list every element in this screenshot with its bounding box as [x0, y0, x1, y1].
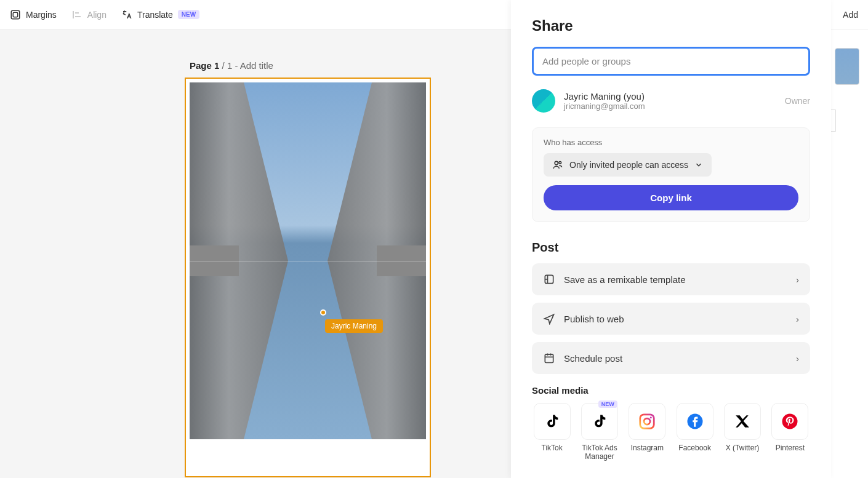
social-facebook-label: Facebook	[675, 444, 715, 452]
svg-point-6	[559, 161, 561, 164]
page-subtitle: / 1 - Add title	[219, 60, 273, 71]
svg-point-14	[650, 416, 652, 418]
social-x-label: X (Twitter)	[722, 444, 762, 452]
access-block: Who has access Only invited people can a…	[532, 127, 810, 222]
chevron-down-icon	[694, 161, 703, 169]
svg-point-13	[644, 418, 650, 424]
instagram-icon	[629, 403, 665, 440]
social-tiktok-label: TikTok	[532, 444, 572, 452]
translate-new-badge: NEW	[178, 10, 199, 19]
margins-icon	[10, 9, 21, 20]
social-instagram[interactable]: Instagram	[627, 403, 667, 461]
share-heading: Share	[532, 17, 810, 34]
people-icon	[552, 159, 563, 170]
page-title[interactable]: Page 1 / 1 - Add title	[190, 60, 273, 71]
access-label: Who has access	[544, 138, 798, 147]
tiktok-ads-icon	[581, 403, 618, 440]
template-icon	[543, 273, 555, 285]
collaborator-cursor-tag: Jayric Maning	[325, 319, 383, 333]
translate-button[interactable]: Translate NEW	[121, 9, 199, 20]
svg-rect-8	[545, 354, 553, 362]
social-instagram-label: Instagram	[627, 444, 667, 452]
tiktok-icon	[534, 403, 571, 440]
facebook-icon	[677, 403, 713, 440]
artboard[interactable]: Jayric Maning	[185, 78, 431, 477]
copy-link-button[interactable]: Copy link	[544, 185, 798, 210]
save-template-label: Save as a remixable template	[564, 274, 686, 285]
publish-web-label: Publish to web	[564, 314, 624, 324]
social-tiktok-ads-label: TikTok Ads Manager	[579, 444, 619, 461]
calendar-icon	[543, 352, 555, 364]
chevron-right-icon: ›	[796, 353, 799, 364]
schedule-post-label: Schedule post	[564, 353, 622, 364]
send-icon	[543, 313, 555, 325]
page-thumbnail[interactable]	[835, 48, 859, 85]
access-option-text: Only invited people can access	[569, 160, 688, 170]
canvas-area: Page 1 / 1 - Add title Jayric Maning	[0, 30, 511, 478]
post-heading: Post	[532, 241, 810, 255]
save-template-button[interactable]: Save as a remixable template ›	[532, 263, 810, 295]
owner-email: jricmaning@gmail.com	[564, 102, 776, 111]
align-label: Align	[87, 10, 106, 20]
align-button[interactable]: Align	[71, 9, 106, 20]
canvas-image	[190, 82, 426, 439]
x-icon	[724, 403, 761, 440]
page-number: Page 1	[190, 60, 219, 71]
people-input[interactable]	[535, 50, 807, 73]
right-rail: ‹	[828, 30, 868, 478]
align-icon	[71, 9, 82, 20]
access-dropdown[interactable]: Only invited people can access	[544, 153, 712, 177]
social-heading: Social media	[532, 385, 810, 396]
svg-rect-1	[13, 12, 18, 17]
avatar	[532, 89, 555, 113]
chevron-right-icon: ›	[796, 274, 799, 285]
svg-point-5	[555, 161, 558, 164]
margins-button[interactable]: Margins	[10, 9, 57, 20]
social-x[interactable]: X (Twitter)	[722, 403, 762, 461]
social-tiktok[interactable]: TikTok	[532, 403, 572, 461]
owner-role: Owner	[785, 96, 810, 106]
publish-web-button[interactable]: Publish to web ›	[532, 303, 810, 335]
owner-info: Jayric Maning (you) jricmaning@gmail.com	[564, 91, 776, 111]
reflection-line	[190, 261, 426, 261]
social-grid: TikTok NEW TikTok Ads Manager Instagram …	[532, 403, 810, 461]
people-input-wrap	[532, 47, 810, 76]
chevron-right-icon: ›	[796, 314, 799, 324]
share-panel: Share Jayric Maning (you) jricmaning@gma…	[511, 0, 831, 478]
svg-rect-12	[640, 415, 654, 429]
owner-row: Jayric Maning (you) jricmaning@gmail.com…	[532, 89, 810, 113]
pinterest-icon	[771, 403, 808, 440]
social-pinterest-label: Pinterest	[770, 444, 810, 452]
translate-icon	[121, 9, 132, 20]
social-tiktok-ads[interactable]: NEW TikTok Ads Manager	[579, 403, 619, 461]
owner-name: Jayric Maning (you)	[564, 91, 776, 102]
social-pinterest[interactable]: Pinterest	[770, 403, 810, 461]
svg-rect-0	[11, 10, 20, 19]
translate-label: Translate	[137, 10, 173, 20]
schedule-post-button[interactable]: Schedule post ›	[532, 342, 810, 374]
margins-label: Margins	[26, 10, 57, 20]
social-new-badge: NEW	[598, 400, 617, 408]
social-facebook[interactable]: Facebook	[675, 403, 715, 461]
add-button[interactable]: Add	[843, 10, 858, 20]
collaborator-cursor-dot	[320, 309, 326, 316]
